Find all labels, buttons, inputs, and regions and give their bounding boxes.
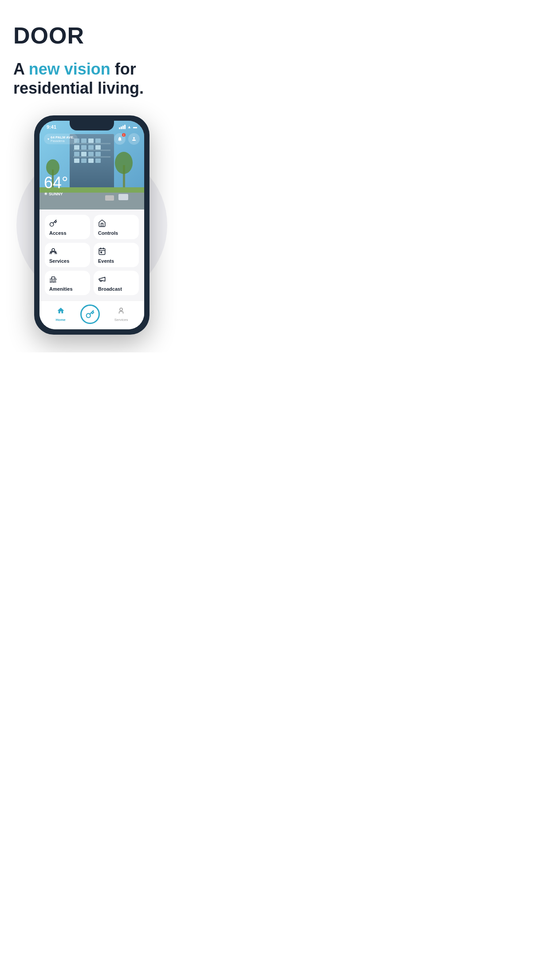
svg-rect-17 xyxy=(95,158,101,163)
status-time: 9:41 xyxy=(47,124,56,130)
location-text-group: 64 PALM AVE. Pasadena xyxy=(51,135,74,142)
services-icon xyxy=(49,247,86,257)
calendar-icon xyxy=(98,247,134,257)
svg-point-30 xyxy=(52,249,55,251)
phone-container: 9:41 ▲ ▬ xyxy=(13,115,170,335)
location-name: 64 PALM AVE. xyxy=(51,135,74,139)
home-nav-label: Home xyxy=(56,318,66,322)
services-nav-icon xyxy=(117,307,125,317)
svg-rect-26 xyxy=(105,195,114,201)
sun-icon: ☀ xyxy=(44,192,47,196)
signal-bars-icon xyxy=(119,125,126,129)
broadcast-card[interactable]: Broadcast xyxy=(94,271,139,295)
hero-header: ▾ 64 PALM AVE. Pasadena 1 xyxy=(39,133,144,145)
key-nav-icon xyxy=(86,310,94,319)
svg-rect-14 xyxy=(74,158,79,163)
amenities-card[interactable]: Amenities xyxy=(45,271,90,295)
svg-rect-8 xyxy=(88,145,94,150)
svg-rect-6 xyxy=(74,145,79,150)
svg-rect-12 xyxy=(88,152,94,156)
phone-frame: 9:41 ▲ ▬ xyxy=(34,115,150,335)
svg-rect-15 xyxy=(81,158,87,163)
profile-button[interactable] xyxy=(128,133,140,145)
chevron-down-icon: ▾ xyxy=(47,137,49,141)
nav-services[interactable]: Services xyxy=(114,307,128,322)
weather-info: 64° ☀ SUNNY xyxy=(44,175,68,196)
access-label: Access xyxy=(49,230,86,236)
services-card[interactable]: Services xyxy=(45,243,90,267)
amenities-label: Amenities xyxy=(49,286,86,292)
svg-rect-19 xyxy=(73,150,110,151)
nav-home[interactable]: Home xyxy=(56,307,66,322)
tagline-prefix: A xyxy=(13,60,29,78)
key-nav-button[interactable] xyxy=(80,304,100,324)
notification-badge: 1 xyxy=(122,133,126,137)
weather-temperature: 64° xyxy=(44,175,68,191)
brand-title: DOOR xyxy=(13,22,84,49)
svg-rect-20 xyxy=(73,156,110,158)
events-label: Events xyxy=(98,258,134,264)
svg-rect-7 xyxy=(81,145,87,150)
services-nav-label: Services xyxy=(114,318,128,322)
bottom-nav: Home xyxy=(39,300,144,329)
access-card[interactable]: Access xyxy=(45,215,90,239)
megaphone-icon xyxy=(98,275,134,285)
svg-rect-9 xyxy=(95,145,101,150)
notification-button[interactable]: 1 xyxy=(114,133,126,145)
grid-section: Access Controls xyxy=(39,209,144,300)
events-card[interactable]: Events xyxy=(94,243,139,267)
controls-card[interactable]: Controls xyxy=(94,215,139,239)
page-wrapper: DOOR A new vision for residential living… xyxy=(0,0,184,352)
key-icon xyxy=(49,219,86,229)
svg-rect-16 xyxy=(88,158,94,163)
svg-rect-27 xyxy=(118,194,128,200)
grid-row-3: Amenities Broadcast xyxy=(45,271,139,295)
home-controls-icon xyxy=(98,219,134,229)
tagline: A new vision for residential living. xyxy=(13,59,170,98)
signal-bar-3 xyxy=(122,126,124,129)
signal-bar-2 xyxy=(121,126,122,129)
wifi-icon: ▲ xyxy=(127,125,131,129)
location-info[interactable]: ▾ 64 PALM AVE. Pasadena xyxy=(44,134,78,144)
grid-row-2: Services xyxy=(45,243,139,267)
broadcast-label: Broadcast xyxy=(98,286,134,292)
svg-point-39 xyxy=(120,308,122,311)
pool-icon xyxy=(49,275,86,285)
user-icon xyxy=(131,136,137,142)
home-nav-icon xyxy=(57,307,65,317)
tagline-highlight: new vision xyxy=(29,60,110,78)
hero-icons: 1 xyxy=(114,133,140,145)
signal-bar-1 xyxy=(119,127,120,129)
signal-bar-4 xyxy=(124,125,126,129)
svg-point-22 xyxy=(115,152,133,174)
services-label: Services xyxy=(49,258,86,264)
svg-rect-13 xyxy=(95,152,101,156)
weather-condition: ☀ SUNNY xyxy=(44,192,68,196)
weather-condition-text: SUNNY xyxy=(49,192,63,196)
status-icons: ▲ ▬ xyxy=(119,125,137,129)
hero-area: ▾ 64 PALM AVE. Pasadena 1 xyxy=(39,121,144,209)
location-city: Pasadena xyxy=(51,139,74,142)
svg-rect-33 xyxy=(99,249,105,255)
battery-icon: ▬ xyxy=(133,125,137,129)
bell-icon xyxy=(117,136,122,142)
svg-rect-37 xyxy=(101,252,102,253)
phone-inner: 9:41 ▲ ▬ xyxy=(39,121,144,329)
phone-notch xyxy=(70,121,114,130)
grid-row-1: Access Controls xyxy=(45,215,139,239)
svg-point-24 xyxy=(46,159,59,175)
svg-rect-10 xyxy=(74,152,79,156)
controls-label: Controls xyxy=(98,230,134,236)
svg-rect-11 xyxy=(81,152,87,156)
